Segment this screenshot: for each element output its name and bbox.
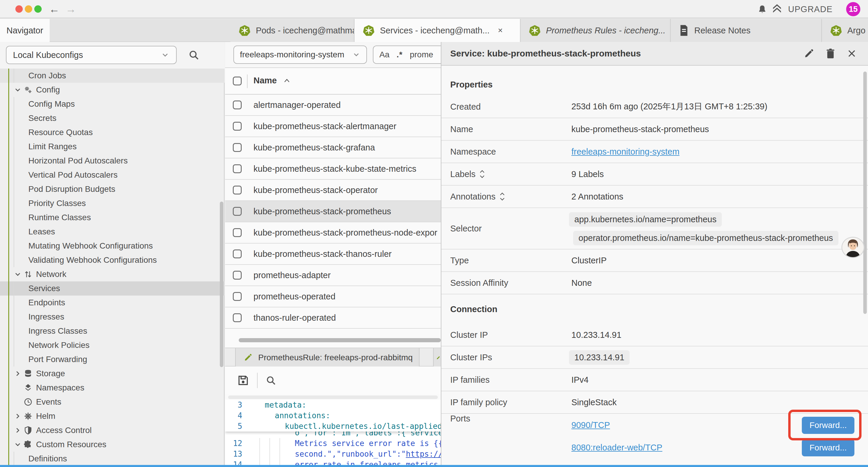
- table-row-kube-prometheus-stack-operator[interactable]: kube-prometheus-stack-operator: [225, 180, 441, 201]
- kubeconfig-selector[interactable]: Local Kubeconfigs: [6, 46, 177, 64]
- table-row-kube-prometheus-stack-kube-state-metrics[interactable]: kube-prometheus-stack-kube-state-metrics: [225, 158, 441, 180]
- table-row-prometheus-operated[interactable]: prometheus-operated: [225, 286, 441, 308]
- sidebar-item-definitions[interactable]: Definitions: [0, 451, 224, 465]
- table-row-alertmanager-operated[interactable]: alertmanager-operated: [225, 95, 441, 116]
- row-checkbox[interactable]: [233, 164, 242, 173]
- sidebar-item-namespaces[interactable]: Namespaces: [0, 381, 224, 395]
- chevron-right-icon[interactable]: [13, 370, 22, 378]
- match-case-icon[interactable]: Aa: [379, 50, 390, 59]
- table-row-kube-prometheus-stack-alertmanager[interactable]: kube-prometheus-stack-alertmanager: [225, 116, 441, 137]
- tab-argo-se[interactable]: Argo Se: [821, 19, 868, 42]
- regex-icon[interactable]: .*: [397, 50, 403, 59]
- editor-tab-prometheusrule[interactable]: PrometheusRule: freeleaps-prod-rabbitmq: [235, 348, 420, 367]
- user-avatar[interactable]: [841, 237, 864, 258]
- forward-button[interactable]: Forward...: [802, 439, 855, 456]
- zoom-window-icon[interactable]: [34, 5, 42, 13]
- tab-navigator[interactable]: Navigator: [0, 19, 50, 42]
- row-checkbox[interactable]: [233, 292, 242, 301]
- port-link[interactable]: 8080:reloader-web/TCP: [571, 443, 662, 453]
- editor-search-icon[interactable]: [265, 375, 277, 386]
- row-checkbox[interactable]: [233, 228, 242, 237]
- expand-collapse-icon[interactable]: [499, 192, 505, 202]
- sidebar-item-priority-classes[interactable]: Priority Classes: [0, 196, 224, 210]
- edit-pencil-icon[interactable]: [804, 48, 814, 59]
- filter-input[interactable]: Aa .* prome: [373, 46, 441, 64]
- table-row-thanos-ruler-operated[interactable]: thanos-ruler-operated: [225, 308, 441, 329]
- chevron-right-icon[interactable]: [13, 426, 22, 435]
- table-row-kube-prometheus-stack-grafana[interactable]: kube-prometheus-stack-grafana: [225, 137, 441, 158]
- sidebar-item-ingress-classes[interactable]: Ingress Classes: [0, 324, 224, 338]
- value-chip[interactable]: 10.233.14.91: [569, 350, 629, 365]
- namespace-selector[interactable]: freeleaps-monitoring-system: [234, 46, 367, 64]
- row-checkbox[interactable]: [233, 122, 242, 130]
- sidebar-item-storage[interactable]: Storage: [0, 367, 224, 381]
- row-checkbox[interactable]: [233, 143, 242, 152]
- sidebar-item-validating-webhook-configurations[interactable]: Validating Webhook Configurations: [0, 253, 224, 267]
- sidebar-item-config-maps[interactable]: Config Maps: [0, 97, 224, 111]
- sidebar-item-ingresses[interactable]: Ingresses: [0, 310, 224, 324]
- tab-close-icon[interactable]: ×: [498, 26, 502, 35]
- upgrade-button[interactable]: UPGRADE: [771, 0, 833, 18]
- sidebar-item-pod-disruption-budgets[interactable]: Pod Disruption Budgets: [0, 182, 224, 196]
- row-checkbox[interactable]: [233, 185, 242, 195]
- panel-scrollbar[interactable]: [863, 71, 867, 314]
- name-column-header[interactable]: Name: [253, 76, 277, 85]
- minimize-window-icon[interactable]: [25, 5, 32, 13]
- sidebar-item-leases[interactable]: Leases: [0, 225, 224, 239]
- horizontal-scrollbar[interactable]: [239, 338, 441, 342]
- table-row-kube-prometheus-stack-thanos-ruler[interactable]: kube-prometheus-stack-thanos-ruler: [225, 243, 441, 265]
- sidebar-item-mutating-webhook-configurations[interactable]: Mutating Webhook Configurations: [0, 239, 224, 253]
- sidebar-item-endpoints[interactable]: Endpoints: [0, 296, 224, 310]
- tab-release-notes[interactable]: Release Notes: [670, 19, 821, 42]
- chevron-down-icon[interactable]: [13, 270, 22, 279]
- notifications-bell-icon[interactable]: [757, 4, 768, 15]
- chevron-down-icon[interactable]: [13, 440, 22, 449]
- editor-tab-next-partial[interactable]: [433, 348, 441, 367]
- sidebar-item-runtime-classes[interactable]: Runtime Classes: [0, 210, 224, 225]
- row-checkbox[interactable]: [233, 207, 242, 216]
- sidebar-item-custom-resources[interactable]: Custom Resources: [0, 437, 224, 451]
- sidebar-item-limit-ranges[interactable]: Limit Ranges: [0, 140, 224, 154]
- row-checkbox[interactable]: [233, 313, 242, 322]
- property-value-link[interactable]: freeleaps-monitoring-system: [571, 147, 680, 157]
- chevron-down-icon[interactable]: [13, 86, 22, 94]
- select-all-checkbox[interactable]: [233, 77, 242, 85]
- table-row-kube-prometheus-stack-prometheus-node-expor[interactable]: kube-prometheus-stack-prometheus-node-ex…: [225, 222, 441, 243]
- notification-count-badge[interactable]: 15: [846, 2, 860, 16]
- sidebar-item-access-control[interactable]: Access Control: [0, 423, 224, 437]
- row-checkbox[interactable]: [233, 250, 242, 258]
- table-row-prometheus-adapter[interactable]: prometheus-adapter: [225, 265, 441, 286]
- sidebar-item-events[interactable]: Events: [0, 395, 224, 409]
- editor-scroll-strip[interactable]: [228, 396, 438, 399]
- sidebar-item-network-policies[interactable]: Network Policies: [0, 338, 224, 352]
- save-icon[interactable]: [237, 374, 249, 387]
- sidebar-item-horizontal-pod-autoscalers[interactable]: Horizontal Pod Autoscalers: [0, 154, 224, 168]
- search-icon[interactable]: [188, 49, 200, 61]
- sidebar-item-port-forwarding[interactable]: Port Forwarding: [0, 352, 224, 367]
- row-checkbox[interactable]: [233, 100, 242, 109]
- tab-pods-icecheng-mathmas[interactable]: Pods - icecheng@mathmas...: [230, 19, 354, 42]
- close-icon[interactable]: [847, 49, 857, 59]
- sidebar-scrollbar[interactable]: [220, 202, 223, 367]
- yaml-editor[interactable]: 3metadata:4annotations:5kubectl.kubernet…: [225, 400, 441, 465]
- sidebar-item-services[interactable]: Services: [0, 282, 224, 296]
- sidebar-item-helm[interactable]: Helm: [0, 409, 224, 423]
- selector-chip[interactable]: operator.prometheus.io/name=kube-prometh…: [573, 231, 838, 245]
- back-arrow-icon[interactable]: ←: [47, 3, 61, 16]
- table-row-kube-prometheus-stack-prometheus[interactable]: kube-prometheus-stack-prometheus: [225, 201, 441, 222]
- sort-ascending-icon[interactable]: [283, 78, 291, 84]
- sidebar-item-network[interactable]: Network: [0, 267, 224, 282]
- expand-collapse-icon[interactable]: [479, 169, 486, 179]
- sidebar-item-secrets[interactable]: Secrets: [0, 111, 224, 125]
- selector-chip[interactable]: app.kubernetes.io/name=prometheus: [569, 212, 722, 227]
- port-link[interactable]: 9090/TCP: [571, 420, 610, 430]
- runbook-url-link[interactable]: https://net: [406, 449, 441, 459]
- delete-trash-icon[interactable]: [826, 48, 836, 59]
- chevron-right-icon[interactable]: [13, 412, 22, 420]
- sidebar-item-resource-quotas[interactable]: Resource Quotas: [0, 125, 224, 140]
- forward-arrow-icon[interactable]: →: [64, 3, 78, 16]
- sidebar-item-cron-jobs[interactable]: Cron Jobs: [0, 68, 224, 83]
- close-window-icon[interactable]: [16, 5, 23, 13]
- sidebar-item-vertical-pod-autoscalers[interactable]: Vertical Pod Autoscalers: [0, 168, 224, 182]
- tab-prometheus-rules-icecheng[interactable]: Prometheus Rules - icecheng...: [520, 19, 670, 42]
